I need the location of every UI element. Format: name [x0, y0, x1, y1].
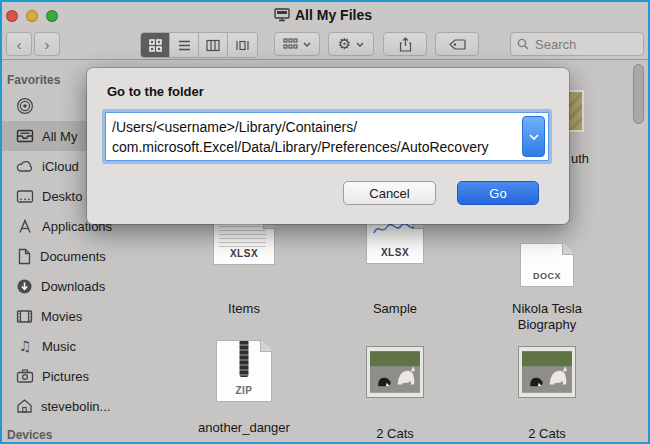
- sidebar-item-label: Downloads: [41, 279, 105, 294]
- docx-file-icon: DOCX: [520, 243, 574, 287]
- sidebar-item-label: Music: [42, 339, 76, 354]
- file-type-badge: ZIP: [217, 385, 271, 396]
- columns-view-button[interactable]: [199, 33, 228, 57]
- gear-icon: ⚙: [338, 37, 351, 52]
- applications-icon: [16, 219, 34, 234]
- list-view-icon: [178, 39, 191, 52]
- sidebar-item-label: All My: [42, 129, 77, 144]
- action-dropdown[interactable]: ⚙: [328, 32, 374, 56]
- sidebar-item-home[interactable]: stevebolin...: [2, 391, 162, 421]
- window-title: All My Files: [274, 7, 372, 23]
- chevron-down-icon: [303, 42, 311, 47]
- columns-view-icon: [206, 39, 220, 52]
- sidebar-item-label: iCloud: [42, 159, 79, 174]
- sidebar-item-pictures[interactable]: Pictures: [2, 361, 162, 391]
- xlsx-file-icon: XLSX: [213, 217, 275, 265]
- minimize-button[interactable]: [26, 10, 38, 22]
- path-line-2: com.microsoft.Excel/Data/Library/Prefere…: [112, 137, 518, 157]
- sidebar-item-label: Deskto: [42, 189, 82, 204]
- pictures-icon: [16, 369, 34, 383]
- grid-view-button[interactable]: [141, 33, 170, 57]
- cloud-icon: [16, 159, 34, 173]
- go-button[interactable]: Go: [457, 181, 539, 205]
- desktop-icon: [16, 189, 34, 204]
- coverflow-view-icon: [235, 39, 250, 52]
- coverflow-view-button[interactable]: [228, 33, 257, 57]
- sidebar-item-label: Pictures: [42, 369, 89, 384]
- share-icon: [399, 37, 412, 52]
- window-title-text: All My Files: [295, 7, 372, 23]
- grid-view-icon: [149, 39, 162, 52]
- all-my-files-icon: [16, 128, 34, 144]
- file-another-danger[interactable]: ZIP another_danger: [188, 340, 300, 436]
- file-type-badge: XLSX: [214, 248, 274, 259]
- file-name: 2 Cats: [491, 426, 603, 442]
- downloads-icon: [16, 278, 33, 295]
- file-name: Nikola Tesla Biography: [491, 301, 603, 333]
- home-icon: [16, 398, 33, 414]
- search-field[interactable]: [510, 32, 644, 56]
- finder-window: All My Files ‹ ›: [0, 0, 650, 444]
- file-2-cats-1[interactable]: 2 Cats: [339, 346, 451, 442]
- sidebar-item-label: stevebolin...: [41, 399, 110, 414]
- zipper: [240, 341, 249, 377]
- zoom-button[interactable]: [46, 10, 58, 22]
- cats-photo-icon: [366, 346, 424, 398]
- search-icon: [517, 38, 529, 50]
- path-input[interactable]: /Users/<username>/Library/Containers/ co…: [105, 112, 549, 161]
- toolbar: ‹ ›: [2, 28, 648, 60]
- list-view-button[interactable]: [170, 33, 199, 57]
- document-icon: [16, 248, 32, 265]
- cats-photo-icon: [518, 346, 576, 398]
- airdrop-icon: [16, 97, 34, 115]
- titlebar: All My Files: [2, 2, 648, 28]
- chevron-down-icon: [529, 134, 539, 140]
- close-button[interactable]: [6, 10, 18, 22]
- xlsx-file-icon: XLSX: [366, 217, 424, 264]
- sidebar-item-documents[interactable]: Documents: [2, 241, 162, 271]
- favorites-header: Favorites: [7, 73, 60, 87]
- file-nikola-tesla-biography[interactable]: DOCX Nikola Tesla Biography: [491, 217, 603, 333]
- path-history-dropdown[interactable]: [522, 116, 545, 157]
- sidebar-item-movies[interactable]: Movies: [2, 301, 162, 331]
- tag-icon: [449, 39, 466, 50]
- back-button[interactable]: ‹: [6, 32, 32, 56]
- path-line-1: /Users/<username>/Library/Containers/: [112, 117, 518, 137]
- dialog-title: Go to the folder: [107, 84, 204, 99]
- partial-file-label: uth: [571, 151, 589, 166]
- cancel-button[interactable]: Cancel: [343, 181, 436, 205]
- sidebar-item-label: Movies: [41, 309, 82, 324]
- view-mode-switcher: [140, 32, 258, 58]
- scrollbar-thumb[interactable]: [633, 64, 644, 124]
- search-input[interactable]: [533, 36, 627, 53]
- file-name: Items: [188, 301, 300, 317]
- share-button[interactable]: [383, 32, 427, 56]
- file-name: another_danger: [188, 420, 300, 436]
- devices-header: Devices: [7, 428, 52, 442]
- file-type-badge: XLSX: [367, 247, 423, 258]
- tag-button[interactable]: [435, 32, 479, 56]
- sidebar-item-music[interactable]: ♫ Music: [2, 331, 162, 361]
- file-name: Sample: [339, 301, 451, 317]
- arrange-icon: [283, 38, 298, 50]
- file-name: 2 Cats: [339, 426, 451, 442]
- arrange-dropdown[interactable]: [274, 32, 320, 56]
- music-icon: ♫: [16, 339, 34, 353]
- zip-file-icon: ZIP: [216, 340, 272, 402]
- file-type-badge: DOCX: [521, 271, 573, 281]
- file-items[interactable]: XLSX Items: [188, 217, 300, 317]
- movies-icon: [16, 309, 33, 324]
- forward-button[interactable]: ›: [34, 32, 60, 56]
- sidebar-item-downloads[interactable]: Downloads: [2, 271, 162, 301]
- go-to-folder-dialog: Go to the folder /Users/<username>/Libra…: [87, 68, 569, 224]
- sidebar-item-label: Documents: [40, 249, 106, 264]
- computer-icon: [274, 8, 290, 22]
- file-2-cats-2[interactable]: 2 Cats: [491, 346, 603, 442]
- chevron-down-icon: [356, 42, 364, 47]
- file-sample[interactable]: XLSX Sample: [339, 217, 451, 317]
